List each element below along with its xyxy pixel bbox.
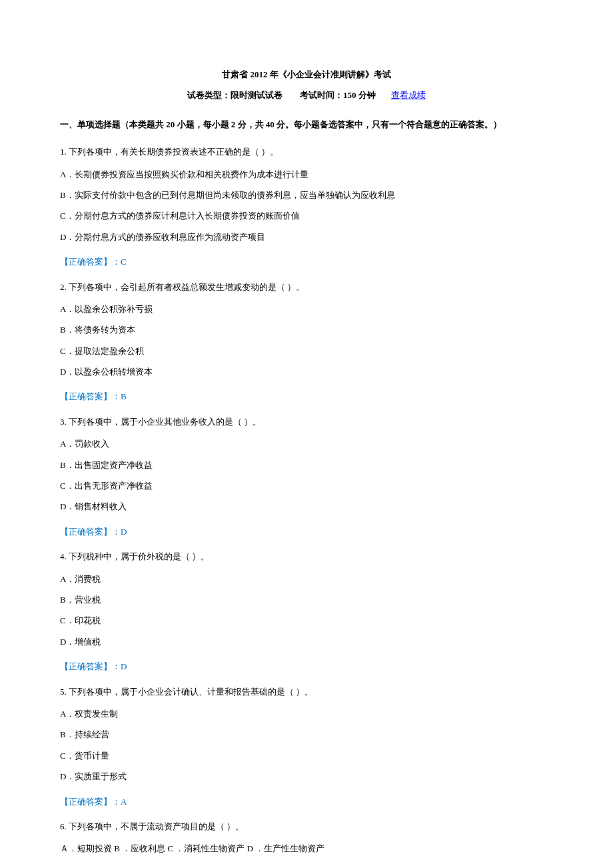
- q5-option-a: A．权责发生制: [60, 706, 553, 721]
- q6-options-inline: Ａ．短期投资 B ．应收利息 C ．消耗性生物资产 D ．生产性生物资产: [60, 841, 553, 856]
- exam-title: 甘肃省 2012 年《小企业会计准则讲解》考试: [60, 67, 553, 82]
- q3-options: A．罚款收入 B．出售固定资产净收益 C．出售无形资产净收益 D．销售材料收入: [60, 436, 553, 515]
- q4-stem: 4. 下列税种中，属于价外税的是（ ）。: [60, 549, 553, 564]
- q4-options: A．消费税 B．营业税 C．印花税 D．增值税: [60, 571, 553, 650]
- view-score-link[interactable]: 查看成绩: [391, 90, 426, 100]
- q2-answer: 【正确答案】：B: [60, 389, 553, 404]
- q2-option-c: C．提取法定盈余公积: [60, 343, 553, 359]
- q3-option-b: B．出售固定资产净收益: [60, 457, 553, 473]
- q2-options: A．以盈余公积弥补亏损 B．将债务转为资本 C．提取法定盈余公积 D．以盈余公积…: [60, 301, 553, 380]
- q1-options: A．长期债券投资应当按照购买价款和相关税费作为成本进行计量 B．实际支付价款中包…: [60, 167, 553, 245]
- section-1-heading: 一、单项选择题（本类题共 20 小题，每小题 2 分，共 40 分。每小题备选答…: [60, 117, 553, 132]
- q5-option-d: D．实质重于形式: [60, 769, 553, 784]
- q3-option-d: D．销售材料收入: [60, 499, 553, 514]
- subtitle-text: 试卷类型：限时测试试卷 考试时间：150 分钟: [187, 90, 376, 100]
- q3-answer: 【正确答案】：D: [60, 524, 553, 539]
- q1-option-b: B．实际支付价款中包含的已到付息期但尚未领取的债券利息，应当单独确认为应收利息: [60, 187, 553, 203]
- q5-option-b: B．持续经营: [60, 727, 553, 742]
- q4-answer: 【正确答案】：D: [60, 659, 553, 674]
- q1-stem: 1. 下列各项中，有关长期债券投资表述不正确的是（ ）。: [60, 144, 553, 159]
- q2-option-a: A．以盈余公积弥补亏损: [60, 301, 553, 317]
- q3-option-c: C．出售无形资产净收益: [60, 478, 553, 493]
- q1-option-c: C．分期付息方式的债券应计利息计入长期债券投资的账面价值: [60, 208, 553, 223]
- q5-option-c: C．货币计量: [60, 748, 553, 763]
- q5-options: A．权责发生制 B．持续经营 C．货币计量 D．实质重于形式: [60, 706, 553, 785]
- q2-option-d: D．以盈余公积转增资本: [60, 364, 553, 379]
- q6-stem: 6. 下列各项中，不属于流动资产项目的是（ ）。: [60, 819, 553, 834]
- q2-option-b: B．将债务转为资本: [60, 322, 553, 337]
- q4-option-c: C．印花税: [60, 613, 553, 628]
- q5-answer: 【正确答案】：A: [60, 794, 553, 809]
- q1-option-a: A．长期债券投资应当按照购买价款和相关税费作为成本进行计量: [60, 167, 553, 182]
- q1-answer: 【正确答案】：C: [60, 254, 553, 269]
- exam-subtitle: 试卷类型：限时测试试卷 考试时间：150 分钟 查看成绩: [60, 87, 553, 103]
- q4-option-b: B．营业税: [60, 592, 553, 607]
- q3-option-a: A．罚款收入: [60, 436, 553, 451]
- q2-stem: 2. 下列各项中，会引起所有者权益总额发生增减变动的是（ ）。: [60, 279, 553, 295]
- q1-option-d: D．分期付息方式的债券应收利息应作为流动资产项目: [60, 229, 553, 245]
- q3-stem: 3. 下列各项中，属于小企业其他业务收入的是（ ）。: [60, 414, 553, 429]
- q4-option-d: D．增值税: [60, 634, 553, 649]
- q4-option-a: A．消费税: [60, 571, 553, 587]
- q5-stem: 5. 下列各项中，属于小企业会计确认、计量和报告基础的是（ ）。: [60, 684, 553, 699]
